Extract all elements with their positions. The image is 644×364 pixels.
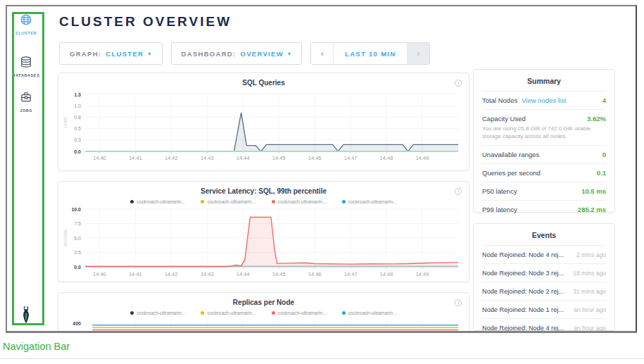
info-icon[interactable]: i xyxy=(455,80,462,87)
legend-dot-icon xyxy=(201,311,204,315)
y-tick-label: 0.8 xyxy=(74,115,81,120)
x-tick-label: 14:47 xyxy=(344,271,358,277)
sidebar-item-label: JOBS xyxy=(20,108,32,113)
time-range-next-button-disabled[interactable]: › xyxy=(407,43,429,64)
x-tick-label: 14:46 xyxy=(308,155,322,161)
cockroachdb-logo[interactable] xyxy=(7,306,45,325)
time-range-label[interactable]: LAST 10 MIN xyxy=(334,43,407,64)
legend-dot-icon xyxy=(342,200,346,203)
x-tick-label: 14:44 xyxy=(236,155,250,161)
y-tick-label: 2.5 xyxy=(74,250,81,255)
legend-item: cockroach-ultramarin... xyxy=(342,309,397,316)
x-tick-label: 14:47 xyxy=(344,155,358,161)
service-latency-plot[interactable]: 14:4014:4114:4214:4314:4414:4514:4614:47… xyxy=(58,205,467,280)
navigation-bar-annotation-label: Navigation Bar xyxy=(3,341,70,352)
y-axis-unit-label: count xyxy=(63,117,68,128)
events-title: Events xyxy=(482,224,606,246)
sidebar-item-cluster[interactable]: CLUSTER xyxy=(7,13,45,35)
y-tick-label: 0.0 xyxy=(74,265,81,270)
sidebar-item-jobs[interactable]: JOBS xyxy=(7,91,45,113)
sidebar-item-databases[interactable]: DATABASES xyxy=(7,56,45,77)
legend-item: cockroach-ultramarin... xyxy=(342,198,397,205)
summary-row: Unavailable ranges0 xyxy=(482,146,606,164)
sidebar-item-label: CLUSTER xyxy=(15,31,37,35)
y-axis-unit-label: seconds xyxy=(63,229,68,246)
legend-label: cockroach-ultramarin... xyxy=(278,310,327,315)
chart-title: Replicas per Node xyxy=(58,293,469,306)
time-range-prev-button[interactable]: ‹ xyxy=(311,43,334,64)
summary-row-value: 0.1 xyxy=(597,169,606,177)
summary-row-label: P99 latency xyxy=(482,206,517,213)
y-tick-label: 400 xyxy=(72,321,81,326)
legend-label: cockroach-ultramarin... xyxy=(348,310,397,315)
legend-label: cockroach-ultramarin... xyxy=(137,310,185,315)
summary-row-label: Capacity Used xyxy=(482,115,526,123)
event-text: Node Rejoined: Node 4 rej... xyxy=(482,251,564,258)
y-tick-label: 10.0 xyxy=(71,207,81,212)
summary-row-value: 4 xyxy=(602,96,606,104)
x-tick-label: 14:46 xyxy=(308,271,322,277)
x-tick-label: 14:42 xyxy=(165,155,178,161)
controls-row: GRAPH: CLUSTER ▾ DASHBOARD: OVERVIEW ▾ ‹… xyxy=(59,42,430,65)
summary-row: Total NodesView nodes list4 xyxy=(482,92,606,110)
legend-label: cockroach-ultramarin... xyxy=(278,199,327,204)
y-tick-label: 1.3 xyxy=(74,92,81,97)
cluster-globe-icon xyxy=(20,13,32,29)
y-tick-label: 7.5 xyxy=(74,221,81,226)
event-time: 18 mins ago xyxy=(569,270,606,277)
legend-item: cockroach-ultramarin... xyxy=(130,198,185,205)
summary-row: P99 latency285.2 ms xyxy=(482,201,606,218)
dashboard-dropdown[interactable]: DASHBOARD: OVERVIEW ▾ xyxy=(171,42,303,65)
x-tick-label: 14:45 xyxy=(272,271,286,277)
screenshot-stage: CLUSTER DATABASES xyxy=(0,0,644,364)
y-tick-label: 0.5 xyxy=(74,126,81,131)
event-row: Node Rejoined: Node 4 rej...an hour ago xyxy=(482,319,606,333)
summary-row: Capacity Used3.62%You are using 26.8 GiB… xyxy=(482,110,606,146)
replicas-per-node-plot[interactable]: 400 xyxy=(58,318,467,333)
page-title: CLUSTER OVERVIEW xyxy=(59,14,232,30)
dashboard-dropdown-label: DASHBOARD: xyxy=(182,50,236,58)
summary-row-label: P50 latency xyxy=(482,187,517,195)
series-area-node-4-replicas xyxy=(92,332,458,333)
y-tick-label: 0.0 xyxy=(74,149,81,154)
chart-title: SQL Queries xyxy=(58,73,469,87)
sidebar-item-label: DATABASES xyxy=(13,73,40,77)
graph-dropdown-value: CLUSTER xyxy=(106,50,144,58)
chevron-down-icon: ▾ xyxy=(148,51,151,57)
x-tick-label: 14:44 xyxy=(236,271,250,277)
graph-dropdown[interactable]: GRAPH: CLUSTER ▾ xyxy=(59,42,163,65)
legend-label: cockroach-ultramarin... xyxy=(207,199,255,204)
summary-title: Summary xyxy=(482,70,606,92)
jobs-briefcase-icon xyxy=(20,91,32,106)
service-latency-chart-card: Service Latency: SQL, 99th percentile i … xyxy=(58,181,469,282)
summary-row-value: 10.5 ms xyxy=(581,187,606,195)
info-icon[interactable]: i xyxy=(455,299,462,306)
legend-item: cockroach-ultramarin... xyxy=(201,309,255,316)
summary-row-label: Unavailable ranges xyxy=(482,151,539,158)
legend-dot-icon xyxy=(342,311,346,315)
info-icon[interactable]: i xyxy=(455,188,462,195)
x-tick-label: 14:43 xyxy=(201,155,214,161)
event-row: Node Rejoined: Node 2 rej...31 mins ago xyxy=(482,282,606,301)
summary-row-value: 285.2 ms xyxy=(578,206,606,213)
legend-label: cockroach-ultramarin... xyxy=(348,199,397,204)
legend-dot-icon xyxy=(201,200,204,203)
summary-row: Queries per second0.1 xyxy=(482,164,606,182)
y-tick-label: 5.0 xyxy=(74,236,81,241)
view-nodes-link[interactable]: View nodes list xyxy=(522,96,566,104)
sql-queries-plot[interactable]: 14:4014:4114:4214:4314:4414:4514:4614:47… xyxy=(58,87,467,163)
chart-legend: cockroach-ultramarin...cockroach-ultrama… xyxy=(58,198,469,205)
y-tick-label: 0.3 xyxy=(74,137,81,142)
legend-dot-icon xyxy=(130,200,134,203)
event-time: 31 mins ago xyxy=(569,288,606,295)
graph-dropdown-label: GRAPH: xyxy=(70,50,101,58)
events-panel: Events Node Rejoined: Node 4 rej...2 min… xyxy=(473,223,615,331)
admin-ui-window: CLUSTER DATABASES xyxy=(6,5,637,333)
legend-dot-icon xyxy=(272,200,275,203)
summary-row-value: 0 xyxy=(602,151,606,158)
event-time: an hour ago xyxy=(569,306,606,313)
summary-rows: Total NodesView nodes list4Capacity Used… xyxy=(482,92,606,218)
event-rows: Node Rejoined: Node 4 rej...2 mins agoNo… xyxy=(482,246,606,333)
x-tick-label: 14:48 xyxy=(380,271,393,277)
main-content: CLUSTER OVERVIEW GRAPH: CLUSTER ▾ DASHBO… xyxy=(45,6,636,331)
